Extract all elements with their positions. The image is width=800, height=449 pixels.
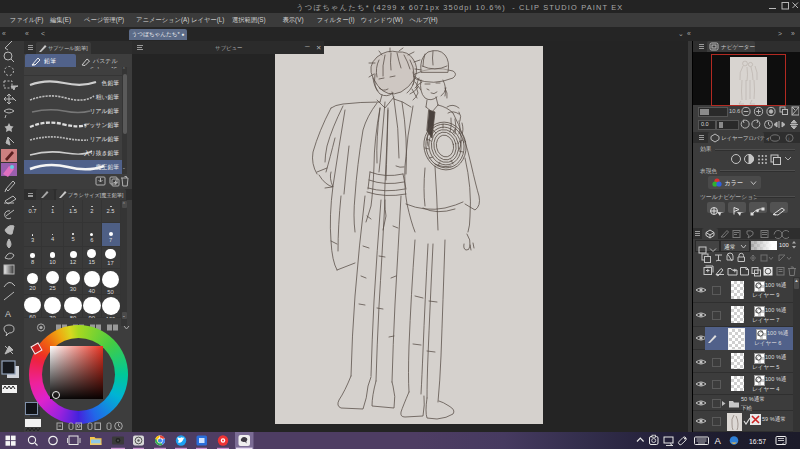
svg-text:i: i xyxy=(788,136,789,142)
svg-text:16:57: 16:57 xyxy=(749,438,766,445)
svg-text:A: A xyxy=(715,435,722,446)
svg-text:A: A xyxy=(5,309,11,319)
